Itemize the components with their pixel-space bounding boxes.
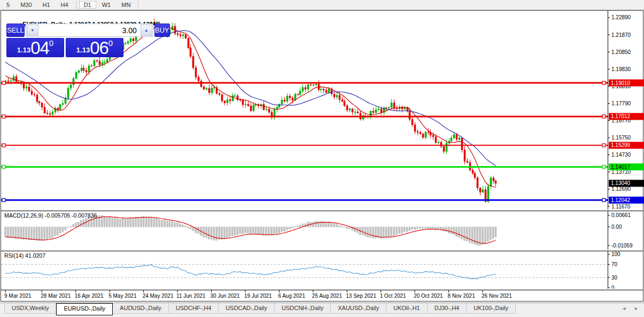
chart-tab-audusd-daily[interactable]: AUDUSD-,Daily [113, 303, 169, 314]
macd-panel: 0.006610.00-0.01059 MACD(12,26,9) -0.005… [1, 211, 643, 251]
main-chart-panel: 1.228901.218701.208501.198301.188101.177… [1, 11, 643, 211]
trade-buttons-row: SELL ▼ ▲ BUY [6, 24, 123, 37]
timeframe-button-h1[interactable]: H1 [38, 1, 55, 9]
tabs-container: USDX,WeeklyEURUSD-,DailyAUDUSD-,DailyUSD… [4, 303, 516, 314]
timeframe-button-w1[interactable]: W1 [97, 1, 116, 9]
chart-tab-usdcad-daily[interactable]: USDCAD-,Daily [219, 303, 275, 314]
chevron-up-icon: ▲ [144, 28, 148, 32]
timeframe-button-mn[interactable]: MN [117, 1, 135, 9]
svg-text:1.14017: 1.14017 [611, 164, 631, 170]
date-label: 5 May 2021 [108, 293, 137, 299]
buy-price-display[interactable]: 1.13060 [66, 38, 123, 57]
buy-price-prefix: 1.13 [76, 44, 90, 56]
tab-scroll-right-icon[interactable]: ► [634, 306, 639, 311]
svg-text:1.17012: 1.17012 [611, 113, 631, 119]
svg-text:1.12690: 1.12690 [611, 186, 631, 192]
svg-text:1.22890: 1.22890 [611, 14, 631, 20]
svg-text:30: 30 [611, 275, 618, 281]
date-label: 11 Jun 2021 [176, 293, 206, 299]
macd-label: MACD(12,26,9) -0.005705 -0.007836 [4, 212, 97, 219]
hline-1.17012[interactable]: 1.17012 [1, 113, 644, 120]
chart-tab-ukoil-h1[interactable]: UKOil-,H1 [386, 303, 428, 314]
svg-text:0: 0 [611, 285, 615, 289]
rsi-chart: 10070300 [1, 251, 644, 289]
svg-text:0.00661: 0.00661 [611, 212, 631, 218]
svg-text:100: 100 [611, 251, 620, 257]
date-label: 1 Oct 2021 [380, 293, 406, 299]
one-click-trade-panel: SELL ▼ ▲ BUY 1.13040 1.13060 [6, 24, 123, 57]
rsi-line [5, 265, 495, 279]
buy-button[interactable]: BUY [154, 24, 170, 37]
chart-tab-bar: USDX,WeeklyEURUSD-,DailyAUDUSD-,DailyUSD… [0, 303, 644, 317]
tab-scroll-left-icon[interactable]: ◄ [622, 306, 626, 311]
svg-text:1.15750: 1.15750 [611, 135, 631, 141]
volume-input[interactable] [39, 24, 140, 36]
sell-price-pipette: 0 [49, 39, 53, 47]
date-label: 25 Aug 2021 [312, 293, 343, 299]
timeframe-button-5[interactable]: 5 [2, 1, 14, 9]
timeframe-button-h4[interactable]: H4 [56, 1, 73, 9]
svg-text:1.12042: 1.12042 [611, 197, 631, 203]
svg-text:1.19830: 1.19830 [611, 66, 631, 72]
svg-text:1.19010: 1.19010 [611, 80, 631, 86]
chart-tab-usdcnh-daily[interactable]: USDCNH-,Daily [275, 303, 331, 314]
chart-tab-usdchf-h4[interactable]: USDCHF-,H4 [169, 303, 219, 314]
svg-text:1.21870: 1.21870 [611, 32, 631, 38]
chart-window: 1.228901.218701.208501.198301.188101.177… [1, 10, 643, 301]
chart-tab-dj30-h4[interactable]: DJ30-,H4 [428, 303, 467, 314]
date-label: 19 Jul 2021 [244, 293, 272, 299]
svg-text:1.11670: 1.11670 [611, 204, 631, 210]
hline-1.19010[interactable]: 1.19010 [1, 80, 644, 87]
sell-price-big-digits: 04 [30, 40, 49, 56]
chart-tab-eurusd-daily[interactable]: EURUSD-,Daily [56, 303, 113, 315]
chevron-down-icon: ▼ [30, 28, 34, 32]
timeframe-button-d1[interactable]: D1 [79, 1, 96, 9]
current-price-badge: 1.13040 [609, 180, 644, 187]
buy-price-big-digits: 06 [90, 40, 108, 56]
date-label: 24 May 2021 [143, 293, 174, 299]
time-axis: 9 Mar 202128 Mar 202116 Apr 20215 May 20… [1, 290, 643, 301]
date-label: 28 Mar 2021 [41, 293, 71, 299]
sell-price-display[interactable]: 1.13040 [6, 38, 64, 57]
date-label: 8 Nov 2021 [448, 293, 476, 299]
time-axis-labels: 9 Mar 202128 Mar 202116 Apr 20215 May 20… [1, 290, 644, 301]
price-axis: 1.228901.218701.208501.198301.188101.177… [608, 11, 631, 210]
toolbar-separator [76, 1, 76, 9]
svg-text:1.14730: 1.14730 [611, 152, 631, 158]
buy-price-pipette: 0 [108, 39, 113, 47]
rsi-label: RSI(14) 41.0207 [4, 252, 45, 259]
hline-1.14017[interactable]: 1.14017 [1, 164, 644, 171]
hline-1.15299[interactable]: 1.15299 [1, 142, 644, 149]
svg-text:-0.01059: -0.01059 [611, 243, 633, 249]
tab-scroll-arrows: ◄ ► [622, 306, 639, 311]
chart-tab-xauusd-daily[interactable]: XAUUSD-,Daily [331, 303, 386, 314]
svg-text:1.17790: 1.17790 [611, 100, 631, 106]
date-label: 30 Jun 2021 [211, 293, 240, 299]
date-label: 13 Sep 2021 [346, 293, 376, 299]
date-label: 26 Nov 2021 [482, 293, 512, 299]
timeframe-toolbar: 5M30H1H4D1W1MN [0, 0, 644, 10]
trade-prices-row: 1.13040 1.13060 [6, 38, 123, 57]
svg-text:70: 70 [611, 261, 618, 267]
toolbar-separator [138, 1, 138, 9]
horizontal-lines-layer: 1.190101.170121.152991.140171.12042 [1, 80, 644, 204]
date-label: 20 Oct 2021 [414, 293, 443, 299]
svg-text:1.13040: 1.13040 [611, 180, 631, 186]
timeframe-button-m30[interactable]: M30 [15, 1, 36, 9]
hline-1.12042[interactable]: 1.12042 [1, 197, 644, 204]
svg-text:1.15299: 1.15299 [611, 142, 631, 148]
macd-histogram [5, 215, 496, 245]
svg-text:1.20850: 1.20850 [611, 49, 631, 55]
volume-stepper: ▼ ▲ [26, 24, 153, 37]
chart-tab-usdx-weekly[interactable]: USDX,Weekly [4, 303, 56, 314]
macd-chart: 0.006610.00-0.01059 [1, 211, 644, 250]
chart-tab-uk100-daily[interactable]: UK100-,Daily [467, 303, 516, 314]
date-label: 6 Aug 2021 [278, 293, 305, 299]
sell-button[interactable]: SELL [6, 24, 25, 37]
volume-increase-button[interactable]: ▲ [141, 25, 152, 36]
volume-decrease-button[interactable]: ▼ [27, 25, 38, 36]
svg-text:0.00: 0.00 [611, 224, 622, 230]
date-label: 16 Apr 2021 [75, 293, 104, 299]
rsi-panel: 10070300 RSI(14) 41.0207 [1, 251, 643, 290]
sell-price-prefix: 1.13 [17, 44, 30, 56]
